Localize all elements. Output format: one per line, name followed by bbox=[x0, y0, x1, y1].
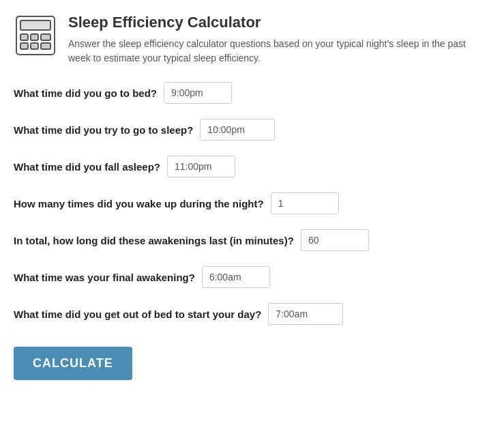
input-final_awakening[interactable] bbox=[202, 266, 270, 288]
header-text: Sleep Efficiency Calculator Answer the s… bbox=[68, 14, 490, 66]
input-out_of_bed[interactable] bbox=[268, 303, 343, 325]
form-row-final_awakening: What time was your final awakening? bbox=[14, 266, 490, 288]
input-try_sleep[interactable] bbox=[200, 119, 275, 141]
form-row-bedtime: What time did you go to bed? bbox=[14, 82, 490, 104]
form-row-out_of_bed: What time did you get out of bed to star… bbox=[14, 303, 490, 325]
svg-rect-3 bbox=[31, 34, 38, 40]
svg-rect-1 bbox=[20, 20, 50, 30]
svg-rect-6 bbox=[31, 43, 38, 49]
svg-rect-2 bbox=[20, 34, 28, 40]
input-wake_times[interactable] bbox=[271, 192, 339, 214]
label-fall_asleep: What time did you fall asleep? bbox=[14, 161, 160, 173]
form-row-wake_times: How many times did you wake up during th… bbox=[14, 192, 490, 214]
calculate-button[interactable]: CALCULATE bbox=[14, 347, 132, 380]
input-fall_asleep[interactable] bbox=[167, 156, 235, 177]
page-description: Answer the sleep efficiency calculator q… bbox=[68, 37, 490, 66]
form-row-fall_asleep: What time did you fall asleep? bbox=[14, 156, 490, 177]
svg-rect-7 bbox=[41, 43, 50, 49]
calculator-icon bbox=[14, 14, 57, 57]
page-title: Sleep Efficiency Calculator bbox=[68, 14, 490, 31]
form-section: What time did you go to bed?What time di… bbox=[14, 82, 490, 325]
label-awakening_duration: In total, how long did these awakenings … bbox=[14, 235, 294, 246]
label-wake_times: How many times did you wake up during th… bbox=[14, 198, 264, 210]
svg-rect-4 bbox=[41, 34, 50, 40]
label-final_awakening: What time was your final awakening? bbox=[14, 272, 195, 283]
label-out_of_bed: What time did you get out of bed to star… bbox=[14, 308, 261, 320]
svg-rect-5 bbox=[20, 43, 28, 49]
form-row-try_sleep: What time did you try to go to sleep? bbox=[14, 119, 490, 141]
form-row-awakening_duration: In total, how long did these awakenings … bbox=[14, 229, 490, 251]
label-bedtime: What time did you go to bed? bbox=[14, 87, 157, 99]
label-try_sleep: What time did you try to go to sleep? bbox=[14, 124, 193, 136]
page-header: Sleep Efficiency Calculator Answer the s… bbox=[14, 14, 490, 66]
input-bedtime[interactable] bbox=[164, 82, 232, 104]
input-awakening_duration[interactable] bbox=[301, 229, 369, 251]
